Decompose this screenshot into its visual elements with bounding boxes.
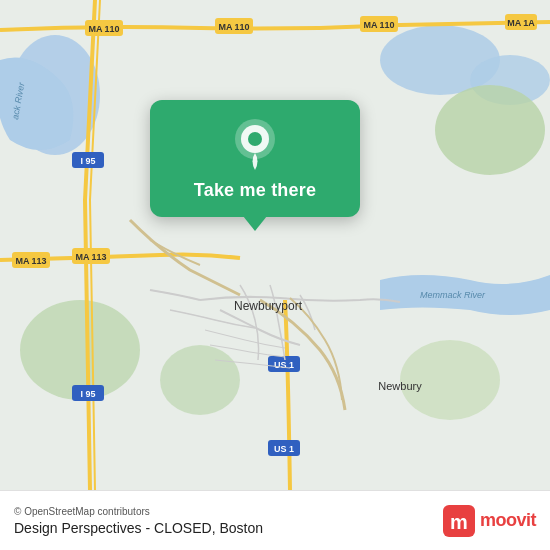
popup-card[interactable]: Take me there (150, 100, 360, 217)
moovit-logo: m moovit (443, 505, 536, 537)
map-container: Memmack River MA 110 MA 110 MA 110 MA 1A… (0, 0, 550, 490)
moovit-icon: m (443, 505, 475, 537)
osm-credit: © OpenStreetMap contributors (14, 506, 263, 517)
svg-text:Memmack River: Memmack River (420, 290, 486, 300)
svg-text:MA 113: MA 113 (15, 256, 46, 266)
svg-text:MA 113: MA 113 (75, 252, 106, 262)
svg-text:I 95: I 95 (80, 389, 95, 399)
bottom-bar-info: © OpenStreetMap contributors Design Pers… (14, 506, 263, 536)
svg-text:I 95: I 95 (80, 156, 95, 166)
svg-point-5 (435, 85, 545, 175)
svg-text:US 1: US 1 (274, 360, 294, 370)
svg-text:US 1: US 1 (274, 444, 294, 454)
moovit-text: moovit (480, 510, 536, 531)
svg-point-34 (248, 132, 262, 146)
svg-point-8 (160, 345, 240, 415)
svg-text:MA 110: MA 110 (363, 20, 394, 30)
svg-text:m: m (450, 511, 468, 533)
svg-text:MA 110: MA 110 (218, 22, 249, 32)
location-pin-icon (229, 118, 281, 170)
svg-text:MA 110: MA 110 (88, 24, 119, 34)
svg-text:MA 1A: MA 1A (507, 18, 535, 28)
take-me-there-button[interactable]: Take me there (194, 180, 316, 201)
location-name: Design Perspectives - CLOSED, Boston (14, 520, 263, 536)
svg-text:Newbury: Newbury (378, 380, 422, 392)
map-background: Memmack River MA 110 MA 110 MA 110 MA 1A… (0, 0, 550, 490)
svg-text:Newburyport: Newburyport (234, 299, 303, 313)
bottom-bar: © OpenStreetMap contributors Design Pers… (0, 490, 550, 550)
